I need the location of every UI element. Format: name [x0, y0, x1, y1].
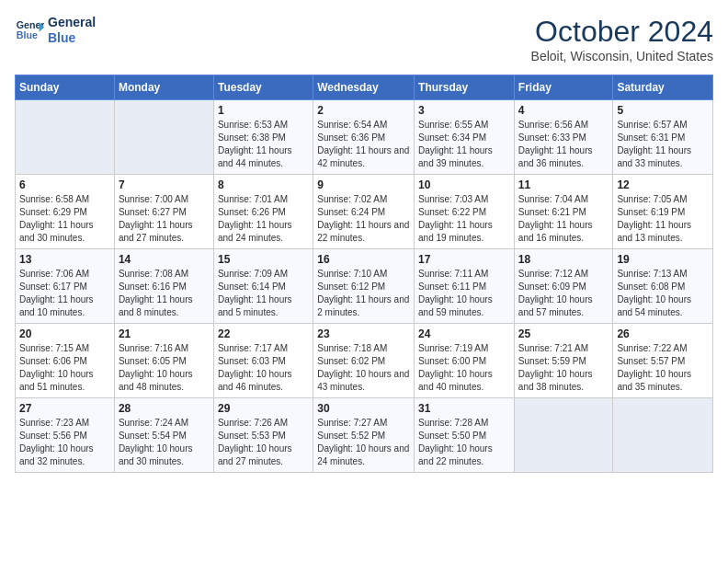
calendar-cell: 1Sunrise: 6:53 AMSunset: 6:38 PMDaylight… [213, 100, 313, 175]
calendar-cell: 23Sunrise: 7:18 AMSunset: 6:02 PMDayligh… [313, 324, 415, 398]
day-number: 19 [617, 253, 709, 266]
day-info: Sunrise: 7:18 AMSunset: 6:02 PMDaylight:… [317, 342, 410, 394]
calendar-cell: 21Sunrise: 7:16 AMSunset: 6:05 PMDayligh… [114, 324, 213, 398]
calendar-cell: 30Sunrise: 7:27 AMSunset: 5:52 PMDayligh… [313, 398, 415, 473]
calendar-cell: 19Sunrise: 7:13 AMSunset: 6:08 PMDayligh… [613, 249, 713, 324]
day-number: 2 [317, 104, 410, 117]
day-info: Sunrise: 7:28 AMSunset: 5:50 PMDaylight:… [418, 417, 510, 468]
day-info: Sunrise: 7:16 AMSunset: 6:05 PMDaylight:… [119, 342, 210, 394]
day-number: 17 [418, 253, 510, 266]
calendar-cell: 29Sunrise: 7:26 AMSunset: 5:53 PMDayligh… [213, 398, 313, 473]
weekday-header-tuesday: Tuesday [213, 75, 313, 100]
calendar-cell [114, 100, 213, 175]
day-number: 23 [317, 327, 410, 340]
calendar-cell: 25Sunrise: 7:21 AMSunset: 5:59 PMDayligh… [514, 324, 613, 398]
calendar-cell: 9Sunrise: 7:02 AMSunset: 6:24 PMDaylight… [313, 175, 415, 249]
week-row-4: 20Sunrise: 7:15 AMSunset: 6:06 PMDayligh… [16, 324, 713, 398]
day-number: 7 [119, 178, 210, 191]
day-number: 30 [317, 402, 410, 415]
day-info: Sunrise: 6:58 AMSunset: 6:29 PMDaylight:… [19, 193, 110, 245]
day-info: Sunrise: 7:05 AMSunset: 6:19 PMDaylight:… [617, 193, 709, 245]
month-title: October 2024 [531, 15, 713, 49]
weekday-header-monday: Monday [114, 75, 213, 100]
calendar-cell: 2Sunrise: 6:54 AMSunset: 6:36 PMDaylight… [313, 100, 415, 175]
day-info: Sunrise: 7:06 AMSunset: 6:17 PMDaylight:… [19, 268, 110, 319]
weekday-header-thursday: Thursday [415, 75, 515, 100]
day-info: Sunrise: 7:08 AMSunset: 6:16 PMDaylight:… [119, 268, 210, 319]
calendar-cell: 12Sunrise: 7:05 AMSunset: 6:19 PMDayligh… [613, 175, 713, 249]
day-info: Sunrise: 6:55 AMSunset: 6:34 PMDaylight:… [418, 119, 510, 170]
day-number: 28 [119, 402, 210, 415]
day-number: 3 [418, 104, 510, 117]
day-info: Sunrise: 6:57 AMSunset: 6:31 PMDaylight:… [617, 119, 709, 170]
day-number: 4 [518, 104, 609, 117]
day-info: Sunrise: 7:22 AMSunset: 5:57 PMDaylight:… [617, 342, 709, 394]
calendar-cell: 16Sunrise: 7:10 AMSunset: 6:12 PMDayligh… [313, 249, 415, 324]
day-info: Sunrise: 7:01 AMSunset: 6:26 PMDaylight:… [218, 193, 309, 245]
calendar-cell: 20Sunrise: 7:15 AMSunset: 6:06 PMDayligh… [16, 324, 115, 398]
week-row-3: 13Sunrise: 7:06 AMSunset: 6:17 PMDayligh… [16, 249, 713, 324]
logo: General Blue General Blue [15, 15, 96, 46]
day-info: Sunrise: 6:56 AMSunset: 6:33 PMDaylight:… [518, 119, 609, 170]
day-info: Sunrise: 6:53 AMSunset: 6:38 PMDaylight:… [218, 119, 309, 170]
logo-text-blue: Blue [48, 30, 96, 46]
day-info: Sunrise: 7:04 AMSunset: 6:21 PMDaylight:… [518, 193, 609, 245]
calendar-cell [514, 398, 613, 473]
day-info: Sunrise: 6:54 AMSunset: 6:36 PMDaylight:… [317, 119, 410, 170]
day-number: 25 [518, 327, 609, 340]
calendar-cell: 15Sunrise: 7:09 AMSunset: 6:14 PMDayligh… [213, 249, 313, 324]
calendar-table: SundayMondayTuesdayWednesdayThursdayFrid… [15, 75, 713, 473]
day-info: Sunrise: 7:21 AMSunset: 5:59 PMDaylight:… [518, 342, 609, 394]
day-info: Sunrise: 7:17 AMSunset: 6:03 PMDaylight:… [218, 342, 309, 394]
calendar-cell: 8Sunrise: 7:01 AMSunset: 6:26 PMDaylight… [213, 175, 313, 249]
calendar-cell: 10Sunrise: 7:03 AMSunset: 6:22 PMDayligh… [415, 175, 515, 249]
weekday-header-friday: Friday [514, 75, 613, 100]
weekday-header-wednesday: Wednesday [313, 75, 415, 100]
day-number: 8 [218, 178, 309, 191]
calendar-cell: 22Sunrise: 7:17 AMSunset: 6:03 PMDayligh… [213, 324, 313, 398]
day-number: 22 [218, 327, 309, 340]
calendar-cell: 26Sunrise: 7:22 AMSunset: 5:57 PMDayligh… [613, 324, 713, 398]
day-info: Sunrise: 7:11 AMSunset: 6:11 PMDaylight:… [418, 268, 510, 319]
logo-text-general: General [48, 15, 96, 30]
day-number: 15 [218, 253, 309, 266]
calendar-cell: 6Sunrise: 6:58 AMSunset: 6:29 PMDaylight… [16, 175, 115, 249]
day-info: Sunrise: 7:23 AMSunset: 5:56 PMDaylight:… [19, 417, 110, 468]
day-number: 24 [418, 327, 510, 340]
calendar-cell: 17Sunrise: 7:11 AMSunset: 6:11 PMDayligh… [415, 249, 515, 324]
day-info: Sunrise: 7:02 AMSunset: 6:24 PMDaylight:… [317, 193, 410, 245]
day-number: 29 [218, 402, 309, 415]
weekday-header-saturday: Saturday [613, 75, 713, 100]
calendar-cell: 28Sunrise: 7:24 AMSunset: 5:54 PMDayligh… [114, 398, 213, 473]
calendar-cell: 14Sunrise: 7:08 AMSunset: 6:16 PMDayligh… [114, 249, 213, 324]
day-info: Sunrise: 7:12 AMSunset: 6:09 PMDaylight:… [518, 268, 609, 319]
day-number: 13 [19, 253, 110, 266]
day-number: 16 [317, 253, 410, 266]
day-number: 20 [19, 327, 110, 340]
calendar-cell: 11Sunrise: 7:04 AMSunset: 6:21 PMDayligh… [514, 175, 613, 249]
title-block: October 2024 Beloit, Wisconsin, United S… [531, 15, 713, 63]
day-number: 26 [617, 327, 709, 340]
week-row-1: 1Sunrise: 6:53 AMSunset: 6:38 PMDaylight… [16, 100, 713, 175]
day-info: Sunrise: 7:27 AMSunset: 5:52 PMDaylight:… [317, 417, 410, 468]
calendar-cell: 4Sunrise: 6:56 AMSunset: 6:33 PMDaylight… [514, 100, 613, 175]
day-number: 5 [617, 104, 709, 117]
day-info: Sunrise: 7:00 AMSunset: 6:27 PMDaylight:… [119, 193, 210, 245]
calendar-cell: 7Sunrise: 7:00 AMSunset: 6:27 PMDaylight… [114, 175, 213, 249]
day-info: Sunrise: 7:24 AMSunset: 5:54 PMDaylight:… [119, 417, 210, 468]
week-row-2: 6Sunrise: 6:58 AMSunset: 6:29 PMDaylight… [16, 175, 713, 249]
day-info: Sunrise: 7:03 AMSunset: 6:22 PMDaylight:… [418, 193, 510, 245]
day-info: Sunrise: 7:13 AMSunset: 6:08 PMDaylight:… [617, 268, 709, 319]
page-header: General Blue General Blue October 2024 B… [15, 15, 713, 63]
calendar-cell: 24Sunrise: 7:19 AMSunset: 6:00 PMDayligh… [415, 324, 515, 398]
day-info: Sunrise: 7:15 AMSunset: 6:06 PMDaylight:… [19, 342, 110, 394]
day-number: 10 [418, 178, 510, 191]
calendar-cell: 31Sunrise: 7:28 AMSunset: 5:50 PMDayligh… [415, 398, 515, 473]
weekday-header-sunday: Sunday [16, 75, 115, 100]
location: Beloit, Wisconsin, United States [531, 49, 713, 63]
day-number: 31 [418, 402, 510, 415]
logo-icon: General Blue [15, 16, 44, 45]
weekday-header-row: SundayMondayTuesdayWednesdayThursdayFrid… [16, 75, 713, 100]
calendar-cell: 27Sunrise: 7:23 AMSunset: 5:56 PMDayligh… [16, 398, 115, 473]
calendar-cell [613, 398, 713, 473]
